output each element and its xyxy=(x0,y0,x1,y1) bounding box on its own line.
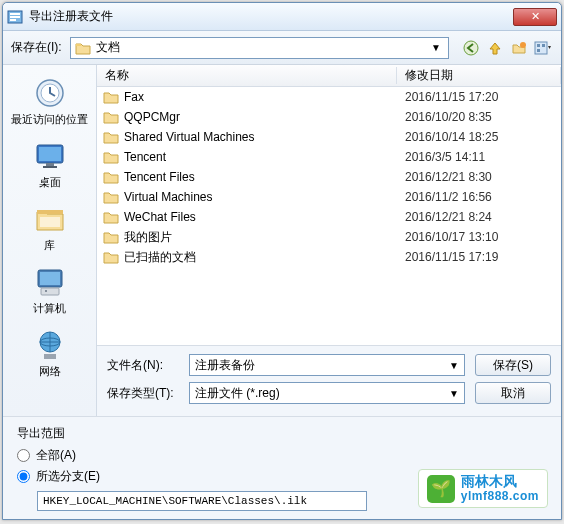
file-pane: 名称 修改日期 Fax2016/11/15 17:20QQPCMgr2016/1… xyxy=(97,65,561,416)
file-name: Tencent Files xyxy=(124,170,195,184)
folder-icon xyxy=(103,211,119,224)
svg-point-22 xyxy=(45,290,47,292)
svg-rect-3 xyxy=(10,19,16,21)
view-menu-button[interactable] xyxy=(533,38,553,58)
file-name: QQPCMgr xyxy=(124,110,180,124)
svg-rect-9 xyxy=(542,44,545,47)
place-label: 库 xyxy=(10,238,90,253)
watermark-cn: 雨林木风 xyxy=(461,474,539,489)
svg-rect-7 xyxy=(535,42,547,54)
documents-icon xyxy=(75,41,91,55)
svg-rect-8 xyxy=(537,44,540,47)
radio-branch[interactable] xyxy=(17,470,30,483)
list-item[interactable]: QQPCMgr2016/10/20 8:35 xyxy=(97,107,561,127)
chevron-down-icon: ▼ xyxy=(449,360,459,371)
place-computer[interactable]: 计算机 xyxy=(10,262,90,319)
column-name[interactable]: 名称 xyxy=(97,67,397,84)
svg-rect-20 xyxy=(40,272,60,285)
file-name: Tencent xyxy=(124,150,166,164)
svg-rect-18 xyxy=(40,217,60,227)
folder-icon xyxy=(103,91,119,104)
titlebar: 导出注册表文件 ✕ xyxy=(3,3,561,31)
folder-icon xyxy=(103,171,119,184)
filetype-select[interactable]: 注册文件 (*.reg) ▼ xyxy=(189,382,465,404)
chevron-down-icon: ▼ xyxy=(449,388,459,399)
file-name: Virtual Machines xyxy=(124,190,213,204)
file-name: 我的图片 xyxy=(124,229,172,246)
file-date: 2016/11/2 16:56 xyxy=(397,190,561,204)
file-date: 2016/3/5 14:11 xyxy=(397,150,561,164)
file-name: Fax xyxy=(124,90,144,104)
list-item[interactable]: Tencent Files2016/12/21 8:30 xyxy=(97,167,561,187)
list-item[interactable]: Tencent2016/3/5 14:11 xyxy=(97,147,561,167)
radio-all[interactable] xyxy=(17,449,30,462)
folder-icon xyxy=(103,111,119,124)
radio-all-label: 全部(A) xyxy=(36,447,76,464)
new-folder-button[interactable] xyxy=(509,38,529,58)
libraries-icon xyxy=(31,202,69,236)
file-list[interactable]: Fax2016/11/15 17:20QQPCMgr2016/10/20 8:3… xyxy=(97,87,561,345)
up-button[interactable] xyxy=(485,38,505,58)
list-header: 名称 修改日期 xyxy=(97,65,561,87)
file-date: 2016/12/21 8:24 xyxy=(397,210,561,224)
place-network[interactable]: 网络 xyxy=(10,325,90,382)
svg-rect-1 xyxy=(10,13,20,15)
save-in-label: 保存在(I): xyxy=(11,39,62,56)
watermark-icon: 🌱 xyxy=(427,475,455,503)
toolbar: 保存在(I): 文档 ▼ xyxy=(3,31,561,65)
export-range-title: 导出范围 xyxy=(17,425,547,442)
file-date: 2016/11/15 17:19 xyxy=(397,250,561,264)
filename-input[interactable]: 注册表备份 ▼ xyxy=(189,354,465,376)
desktop-icon xyxy=(31,139,69,173)
list-item[interactable]: 我的图片2016/10/17 13:10 xyxy=(97,227,561,247)
list-item[interactable]: Virtual Machines2016/11/2 16:56 xyxy=(97,187,561,207)
back-button[interactable] xyxy=(461,38,481,58)
dialog-body: 最近访问的位置 桌面 库 计算机 网络 名称 修改日期 xyxy=(3,65,561,416)
computer-icon xyxy=(31,265,69,299)
file-date: 2016/10/20 8:35 xyxy=(397,110,561,124)
list-item[interactable]: Fax2016/11/15 17:20 xyxy=(97,87,561,107)
save-form: 文件名(N): 注册表备份 ▼ 保存(S) 保存类型(T): 注册文件 (*.r… xyxy=(97,345,561,416)
list-item[interactable]: WeChat Files2016/12/21 8:24 xyxy=(97,207,561,227)
close-button[interactable]: ✕ xyxy=(513,8,557,26)
save-button[interactable]: 保存(S) xyxy=(475,354,551,376)
filename-value: 注册表备份 xyxy=(195,357,255,374)
list-item[interactable]: Shared Virtual Machines2016/10/14 18:25 xyxy=(97,127,561,147)
file-date: 2016/11/15 17:20 xyxy=(397,90,561,104)
file-date: 2016/10/14 18:25 xyxy=(397,130,561,144)
chevron-down-icon: ▼ xyxy=(428,42,444,53)
svg-rect-16 xyxy=(43,166,57,168)
branch-path-input[interactable] xyxy=(37,491,367,511)
place-label: 网络 xyxy=(10,364,90,379)
list-item[interactable]: 已扫描的文档2016/11/15 17:19 xyxy=(97,247,561,267)
column-date[interactable]: 修改日期 xyxy=(397,67,561,84)
location-combo[interactable]: 文档 ▼ xyxy=(70,37,449,59)
places-bar: 最近访问的位置 桌面 库 计算机 网络 xyxy=(3,65,97,416)
cancel-button[interactable]: 取消 xyxy=(475,382,551,404)
place-recent[interactable]: 最近访问的位置 xyxy=(10,73,90,130)
filetype-label: 保存类型(T): xyxy=(107,385,179,402)
recent-icon xyxy=(31,76,69,110)
folder-icon xyxy=(103,251,119,264)
svg-rect-25 xyxy=(44,354,56,359)
watermark: 🌱 雨林木风 ylmf888.com xyxy=(418,469,548,508)
nav-buttons xyxy=(461,38,553,58)
svg-rect-15 xyxy=(46,163,54,166)
place-desktop[interactable]: 桌面 xyxy=(10,136,90,193)
dialog-window: 导出注册表文件 ✕ 保存在(I): 文档 ▼ 最近访问的位置 桌面 xyxy=(2,2,562,520)
place-label: 计算机 xyxy=(10,301,90,316)
file-name: 已扫描的文档 xyxy=(124,249,196,266)
svg-rect-17 xyxy=(37,210,63,214)
file-name: WeChat Files xyxy=(124,210,196,224)
svg-point-5 xyxy=(464,41,478,55)
file-date: 2016/12/21 8:30 xyxy=(397,170,561,184)
svg-rect-2 xyxy=(10,16,20,18)
svg-rect-10 xyxy=(537,49,540,52)
folder-icon xyxy=(103,151,119,164)
window-title: 导出注册表文件 xyxy=(29,8,513,25)
svg-rect-4 xyxy=(76,44,81,46)
network-icon xyxy=(31,328,69,362)
app-icon xyxy=(7,9,23,25)
place-libraries[interactable]: 库 xyxy=(10,199,90,256)
filename-label: 文件名(N): xyxy=(107,357,179,374)
